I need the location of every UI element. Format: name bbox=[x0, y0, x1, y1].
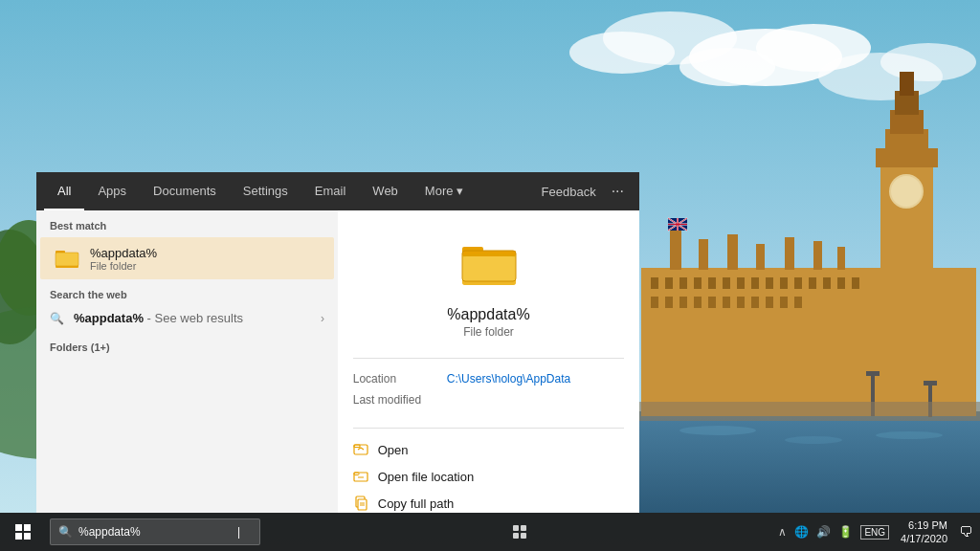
svg-rect-19 bbox=[708, 277, 716, 289]
svg-rect-57 bbox=[866, 371, 880, 376]
svg-rect-26 bbox=[809, 277, 816, 289]
svg-point-5 bbox=[569, 32, 675, 74]
svg-rect-32 bbox=[679, 297, 687, 308]
search-web-icon: 🔍 bbox=[50, 312, 64, 325]
search-icon: 🔍 bbox=[58, 525, 73, 539]
open-label: Open bbox=[378, 443, 409, 457]
search-web-label: Search the web bbox=[36, 279, 338, 304]
result-meta: Location C:\Users\holog\AppData Last mod… bbox=[353, 372, 625, 414]
tab-web[interactable]: Web bbox=[359, 172, 412, 210]
svg-rect-18 bbox=[694, 277, 702, 289]
svg-rect-37 bbox=[751, 297, 759, 308]
taskbar: 🔍 | ∧ 🌐 🔊 🔋 ENG 6:19 PM 4/17/2020 🗨 bbox=[0, 513, 980, 551]
feedback-button[interactable]: Feedback bbox=[534, 172, 604, 210]
best-match-item[interactable]: %appdata% File folder bbox=[40, 237, 334, 279]
taskbar-system-icons: ∧ 🌐 🔊 🔋 ENG bbox=[778, 525, 889, 540]
taskbar-clock[interactable]: 6:19 PM 4/17/2020 bbox=[901, 518, 947, 546]
best-match-label: Best match bbox=[36, 210, 338, 237]
battery-icon[interactable]: 🔋 bbox=[838, 525, 853, 539]
svg-rect-40 bbox=[794, 297, 802, 308]
svg-point-12 bbox=[785, 436, 842, 444]
svg-rect-31 bbox=[665, 297, 673, 308]
tab-documents[interactable]: Documents bbox=[140, 172, 230, 210]
svg-rect-30 bbox=[651, 297, 658, 308]
windows-logo bbox=[15, 524, 31, 540]
svg-rect-43 bbox=[727, 234, 738, 270]
action-copy-full-path[interactable]: Copy full path bbox=[353, 494, 625, 513]
volume-icon[interactable]: 🔊 bbox=[816, 525, 831, 539]
svg-rect-82 bbox=[354, 445, 368, 454]
tab-apps[interactable]: Apps bbox=[84, 172, 140, 210]
svg-rect-92 bbox=[521, 525, 526, 531]
svg-rect-22 bbox=[751, 277, 759, 289]
svg-rect-42 bbox=[699, 239, 708, 270]
svg-rect-20 bbox=[723, 277, 730, 289]
svg-rect-21 bbox=[737, 277, 745, 289]
svg-rect-39 bbox=[780, 297, 788, 308]
search-result-detail: %appdata% File folder Location C:\Users\… bbox=[338, 210, 639, 513]
best-match-name: %appdata% bbox=[90, 246, 157, 260]
last-modified-label: Last modified bbox=[353, 393, 439, 407]
svg-rect-53 bbox=[900, 72, 914, 96]
result-folder-icon bbox=[458, 233, 520, 295]
search-web-item[interactable]: 🔍 %appdata% - See web results › bbox=[36, 304, 338, 332]
keyboard-icon[interactable]: ENG bbox=[860, 525, 889, 540]
svg-rect-23 bbox=[766, 277, 773, 289]
open-icon bbox=[353, 442, 368, 457]
svg-rect-44 bbox=[756, 244, 765, 270]
svg-rect-46 bbox=[813, 241, 822, 270]
see-results-text: - See web results bbox=[144, 311, 243, 325]
taskbar-search-input[interactable] bbox=[78, 525, 232, 539]
result-type: File folder bbox=[463, 325, 514, 339]
svg-rect-93 bbox=[513, 533, 519, 539]
tab-all[interactable]: All bbox=[44, 172, 84, 210]
clock-date: 4/17/2020 bbox=[901, 532, 947, 545]
svg-rect-35 bbox=[723, 297, 730, 308]
svg-rect-60 bbox=[612, 402, 980, 421]
svg-rect-74 bbox=[56, 253, 78, 266]
network-icon[interactable]: 🌐 bbox=[794, 525, 809, 539]
svg-rect-17 bbox=[679, 277, 687, 289]
svg-rect-83 bbox=[354, 445, 360, 448]
svg-rect-45 bbox=[785, 237, 794, 270]
cursor-indicator: | bbox=[237, 525, 240, 539]
tab-email[interactable]: Email bbox=[301, 172, 360, 210]
last-modified-row: Last modified bbox=[353, 393, 625, 407]
folders-label: Folders (1+) bbox=[36, 332, 338, 357]
svg-rect-16 bbox=[665, 277, 673, 289]
search-tabs: All Apps Documents Settings Email Web Mo… bbox=[36, 172, 639, 210]
action-open[interactable]: Open bbox=[353, 440, 625, 459]
tab-more[interactable]: More ▾ bbox=[412, 172, 477, 210]
svg-rect-29 bbox=[852, 277, 859, 289]
task-view-button[interactable] bbox=[501, 513, 539, 551]
location-row: Location C:\Users\holog\AppData bbox=[353, 372, 625, 386]
result-name: %appdata% bbox=[447, 306, 529, 323]
folder-icon-small bbox=[54, 245, 80, 272]
search-body: Best match %appdata% File folder Search … bbox=[36, 210, 639, 513]
svg-rect-33 bbox=[694, 297, 702, 308]
location-label: Location bbox=[353, 372, 439, 386]
svg-rect-85 bbox=[354, 473, 359, 475]
clock-time: 6:19 PM bbox=[908, 518, 947, 532]
copy-full-path-icon bbox=[353, 496, 368, 511]
svg-point-7 bbox=[880, 43, 976, 81]
chevron-up-icon[interactable]: ∧ bbox=[778, 525, 787, 539]
svg-rect-47 bbox=[837, 247, 845, 270]
copy-full-path-label: Copy full path bbox=[378, 496, 455, 511]
best-match-type: File folder bbox=[90, 260, 157, 272]
svg-rect-48 bbox=[880, 153, 933, 268]
svg-rect-14 bbox=[641, 268, 976, 416]
svg-point-13 bbox=[876, 431, 943, 439]
start-button[interactable] bbox=[0, 513, 46, 551]
svg-rect-15 bbox=[651, 277, 658, 289]
result-actions-divider bbox=[353, 428, 625, 429]
taskbar-search[interactable]: 🔍 | bbox=[50, 518, 260, 545]
action-open-file-location[interactable]: Open file location bbox=[353, 467, 625, 486]
best-match-text: %appdata% File folder bbox=[90, 246, 157, 272]
location-value[interactable]: C:\Users\holog\AppData bbox=[447, 372, 570, 386]
tab-settings[interactable]: Settings bbox=[230, 172, 301, 210]
notification-icon[interactable]: 🗨 bbox=[959, 524, 972, 540]
svg-rect-25 bbox=[794, 277, 802, 289]
web-search-query: %appdata% bbox=[74, 311, 144, 325]
more-options-button[interactable]: ··· bbox=[604, 172, 632, 210]
